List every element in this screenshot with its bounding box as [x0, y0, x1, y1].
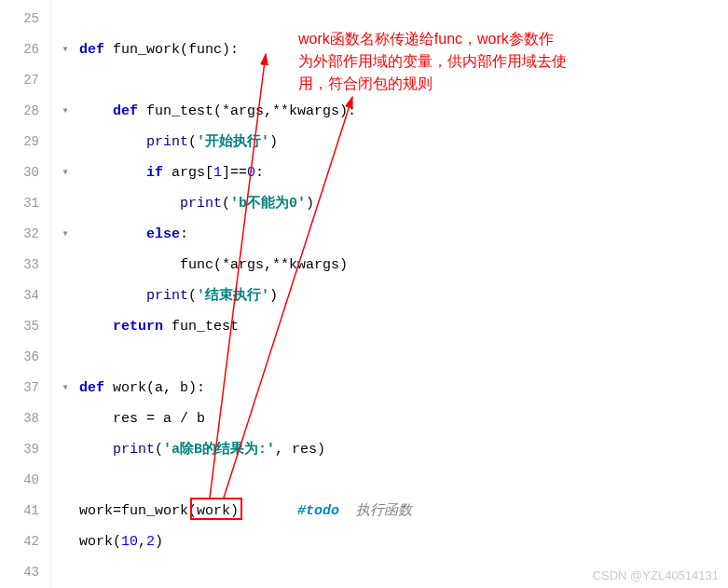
builtin-print: print: [180, 196, 222, 212]
fold-marker: [51, 342, 79, 373]
line-number: 36: [0, 342, 50, 373]
builtin-print: print: [146, 288, 188, 304]
watermark: CSDN @YZL40514131: [593, 568, 719, 582]
fold-marker: [51, 311, 79, 342]
highlight-box: [190, 498, 242, 520]
line-number: 32: [0, 219, 50, 250]
line-number: 34: [0, 280, 50, 311]
fold-marker: [51, 250, 79, 280]
line-number: 40: [0, 465, 50, 496]
annotation-line: work函数名称传递给func，work参数作: [298, 28, 708, 50]
function-name: work(a, b):: [104, 380, 205, 396]
line-number: 30: [0, 157, 50, 188]
string-literal: 'a除B的结果为:': [163, 442, 275, 458]
code-line[interactable]: [79, 342, 728, 373]
fold-marker: [51, 496, 79, 526]
code-line[interactable]: res = a / b: [79, 403, 728, 434]
code-line[interactable]: work=fun_work(work) #todo 执行函数: [79, 496, 728, 526]
code-line[interactable]: print('a除B的结果为:', res): [79, 434, 728, 465]
fold-marker[interactable]: ▾: [51, 157, 79, 188]
todo-comment: #todo: [297, 503, 339, 519]
keyword-def: def: [79, 42, 104, 58]
fold-column: ▾ ▾ ▾ ▾ ▾: [51, 0, 79, 588]
fold-marker: [51, 280, 79, 311]
line-number: 29: [0, 127, 50, 157]
line-number: 27: [0, 65, 50, 96]
fold-marker[interactable]: ▾: [51, 373, 79, 403]
keyword-else: else: [146, 226, 180, 242]
line-number: 37: [0, 373, 50, 403]
code-line[interactable]: func(*args,**kwargs): [79, 250, 728, 280]
code-line[interactable]: print('结束执行'): [79, 280, 728, 311]
func-call: func(*args,**kwargs): [180, 257, 348, 273]
fold-marker: [51, 4, 79, 34]
string-literal: '结束执行': [197, 288, 269, 304]
string-literal: 'b不能为0': [230, 196, 306, 212]
function-name: fun_test(*args,**kwargs):: [138, 103, 356, 119]
code-line[interactable]: return fun_test: [79, 311, 728, 342]
fold-marker: [51, 557, 79, 588]
code-line[interactable]: print('开始执行'): [79, 127, 728, 157]
code-line[interactable]: [79, 465, 728, 496]
code-line[interactable]: def work(a, b):: [79, 373, 728, 403]
annotation-line: 为外部作用域的变量，供内部作用域去使: [298, 50, 708, 73]
line-number: 39: [0, 434, 50, 465]
fold-marker: [51, 465, 79, 496]
line-number: 26: [0, 34, 50, 65]
line-number: 25: [0, 4, 50, 34]
fold-marker: [51, 526, 79, 557]
annotation-text: work函数名称传递给func，work参数作 为外部作用域的变量，供内部作用域…: [298, 28, 708, 95]
code-line[interactable]: else:: [79, 219, 728, 250]
keyword-return: return: [113, 319, 163, 335]
fold-marker: [51, 434, 79, 465]
builtin-print: print: [146, 134, 188, 150]
line-number: 38: [0, 403, 50, 434]
fold-marker[interactable]: ▾: [51, 96, 79, 127]
fold-marker: [51, 127, 79, 157]
line-number: 33: [0, 250, 50, 280]
fold-marker: [51, 403, 79, 434]
code-line[interactable]: print('b不能为0'): [79, 188, 728, 219]
line-number: 41: [0, 496, 50, 526]
builtin-print: print: [113, 442, 155, 458]
fold-marker[interactable]: ▾: [51, 34, 79, 65]
annotation-line: 用，符合闭包的规则: [298, 73, 708, 95]
line-number: 28: [0, 96, 50, 127]
line-number: 31: [0, 188, 50, 219]
keyword-if: if: [146, 165, 163, 181]
line-number: 35: [0, 311, 50, 342]
keyword-def: def: [79, 380, 104, 396]
code-line[interactable]: def fun_test(*args,**kwargs):: [79, 96, 728, 127]
line-number-gutter: 25 26 27 28 29 30 31 32 33 34 35 36 37 3…: [0, 0, 51, 588]
code-line[interactable]: work(10,2): [79, 526, 728, 557]
function-name: fun_work(func):: [104, 42, 239, 58]
keyword-def: def: [113, 103, 138, 119]
code-line[interactable]: if args[1]==0:: [79, 157, 728, 188]
fold-marker[interactable]: ▾: [51, 219, 79, 250]
fold-marker: [51, 188, 79, 219]
line-number: 43: [0, 557, 50, 588]
fold-marker: [51, 65, 79, 96]
line-number: 42: [0, 526, 50, 557]
string-literal: '开始执行': [197, 134, 269, 150]
